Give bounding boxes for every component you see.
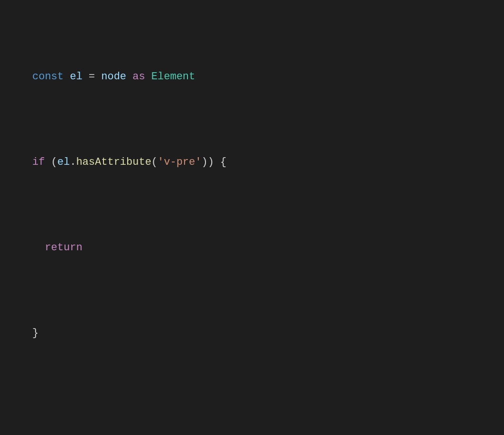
code-line[interactable]: return: [11, 239, 504, 256]
var-node: node: [101, 71, 126, 83]
keyword-return: return: [45, 242, 82, 254]
keyword-const: const: [32, 71, 64, 83]
type-element: Element: [151, 71, 195, 83]
fn-hasattribute: hasAttribute: [76, 156, 151, 168]
var-el: el: [70, 71, 82, 83]
code-area[interactable]: const el = node as Element if (el.hasAtt…: [11, 0, 504, 435]
code-line[interactable]: }: [11, 325, 504, 342]
code-line-blank[interactable]: [11, 410, 504, 427]
string-vpre: 'v-pre': [158, 156, 201, 168]
keyword-if: if: [32, 156, 45, 168]
code-editor[interactable]: const el = node as Element if (el.hasAtt…: [0, 0, 504, 435]
keyword-as: as: [132, 71, 145, 83]
code-line[interactable]: const el = node as Element: [11, 68, 504, 85]
code-line[interactable]: if (el.hasAttribute('v-pre')) {: [11, 154, 504, 171]
gutter: [0, 0, 11, 435]
